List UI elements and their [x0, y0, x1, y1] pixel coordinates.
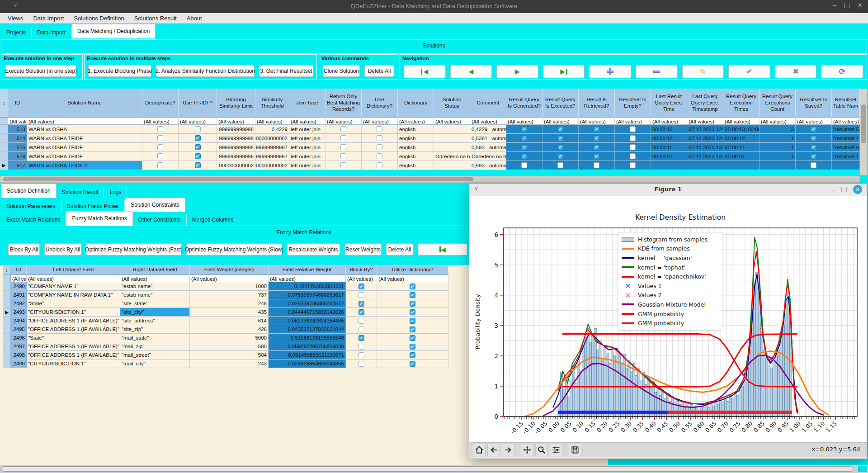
cell-join[interactable]: left outer join — [289, 161, 326, 170]
checked-checkbox[interactable]: ✔ — [557, 135, 563, 141]
cell-status[interactable] — [434, 125, 470, 134]
tab-other-constraints[interactable]: Other Constraints — [133, 214, 187, 226]
cell-weight[interactable]: 1000 — [190, 282, 269, 291]
table-row[interactable]: 2494"OFFICE ADDRESS 1 (IF AVAILABLE)""si… — [3, 317, 448, 325]
unchecked-checkbox[interactable] — [195, 126, 201, 132]
cell-rel[interactable]: 0.025339736385000512 — [269, 299, 346, 308]
delete-all-button[interactable]: Delete All — [364, 65, 394, 77]
cell-threshold[interactable]: 0.4229 — [255, 125, 289, 134]
unchecked-checkbox[interactable] — [359, 326, 364, 332]
cell-right[interactable]: "estab name" — [120, 291, 190, 299]
table-row[interactable]: 515WARN vs OSHA TFIDF✔999999999998999999… — [0, 143, 860, 152]
cell-weight[interactable]: 614 — [190, 317, 269, 325]
column-header-status[interactable]: Solution Status — [434, 89, 470, 118]
cell-utilize[interactable]: ✔ — [377, 351, 448, 359]
unchecked-checkbox[interactable] — [157, 135, 163, 141]
cell-count[interactable]: 1 — [760, 143, 796, 152]
fuzzy-nav-first-button[interactable]: ◀ — [418, 243, 467, 255]
tab-merged-columns[interactable]: Merged Columns — [187, 214, 239, 226]
tab-data-import[interactable]: Data Import — [32, 27, 71, 38]
column-header-retr[interactable]: Result Is Retrieved? — [579, 89, 615, 118]
menu-item-solutions-definition[interactable]: Solutions Definition — [69, 14, 129, 23]
unchecked-checkbox[interactable] — [377, 144, 382, 150]
column-header-join[interactable]: Join Type — [289, 89, 326, 118]
cell-comment[interactable]: 0,593 - automa — [470, 161, 506, 170]
cell-best[interactable] — [326, 125, 362, 134]
checked-checkbox[interactable]: ✔ — [594, 135, 599, 141]
checked-checkbox[interactable]: ✔ — [594, 144, 599, 150]
unchecked-checkbox[interactable] — [359, 344, 364, 350]
cell-utilize[interactable]: ✔ — [377, 282, 448, 291]
cell-rel[interactable]: 0.1021763563911311 — [269, 282, 346, 291]
unchecked-checkbox[interactable] — [630, 135, 636, 141]
cell-dedup[interactable] — [142, 143, 179, 152]
cell-saved[interactable]: ✔ — [796, 143, 832, 152]
column-header-right[interactable]: Right Dataset Field — [120, 265, 190, 275]
forward-button[interactable] — [502, 444, 514, 456]
maximize-icon[interactable] — [844, 3, 849, 8]
filter-cell-comment[interactable]: (All values) — [470, 118, 506, 125]
cell-exec[interactable] — [542, 161, 579, 170]
cell-gen[interactable]: ✔ — [506, 152, 542, 161]
figure-title-bar[interactable]: ˅ Figure 1 – ✕ — [469, 184, 867, 196]
nav-refresh-button[interactable]: ⟳ — [821, 65, 863, 78]
cell-tfidf[interactable]: ✔ — [179, 134, 217, 143]
unchecked-checkbox[interactable] — [157, 144, 163, 150]
configure-subplots-button[interactable] — [550, 444, 562, 456]
column-header-exec[interactable]: Result Query Is Executed? — [542, 89, 579, 118]
cell-right[interactable]: "mail_street" — [120, 351, 190, 359]
row-gutter-cell[interactable] — [3, 317, 11, 325]
1-execute-blocking-phase-button[interactable]: 1. Execute Blocking Phase — [88, 65, 151, 77]
row-gutter-cell[interactable] — [3, 351, 11, 359]
checked-checkbox[interactable]: ✔ — [521, 144, 527, 150]
recalculate-weights-button[interactable]: Recalculate Weights — [287, 243, 340, 255]
checked-checkbox[interactable]: ✔ — [521, 153, 527, 159]
cell-tfidf[interactable] — [179, 125, 217, 134]
table-row[interactable]: 2496"State""mail_state"50000.51088178195… — [3, 334, 448, 342]
optimize-fuzzy-matching-weights-fast--button[interactable]: Optimize Fuzzy Matching Weights (Fast) — [86, 243, 182, 255]
nav-delete-button[interactable] — [636, 65, 678, 78]
cell-utilize[interactable]: ✔ — [377, 342, 448, 351]
filter-cell-saved[interactable]: (All values) — [796, 118, 832, 125]
cell-threshold[interactable]: 000000000002 — [255, 161, 289, 170]
cell-left[interactable]: "OFFICE ADDRESS 1 (IF AVAILABLE)" — [27, 317, 120, 325]
checked-checkbox[interactable]: ✔ — [410, 292, 415, 298]
scrollbar-thumb[interactable] — [861, 104, 866, 143]
cell-id[interactable]: 2496 — [11, 334, 27, 342]
cell-blocking[interactable]: 999999999998 — [217, 125, 255, 134]
cell-exec[interactable]: ✔ — [542, 125, 579, 134]
filter-cell-weight[interactable]: (All values) — [190, 275, 269, 282]
figure-canvas[interactable]: Kernel Density Estimation Probability De… — [469, 196, 867, 442]
cell-right[interactable]: "mail_zip" — [120, 342, 190, 351]
checked-checkbox[interactable]: ✔ — [521, 126, 527, 132]
cell-rel[interactable]: 0.51088178195565548 — [269, 334, 346, 342]
table-row[interactable]: 514WARN vs OSHA TFIDF✔999999999998000000… — [0, 134, 860, 143]
cell-join[interactable]: left outer join — [289, 134, 326, 143]
column-header-dedup[interactable]: Deduplicate? — [142, 89, 179, 118]
cell-usedict[interactable] — [362, 143, 398, 152]
cell-weight[interactable]: 580 — [190, 342, 269, 351]
save-button[interactable] — [569, 444, 581, 456]
cell-id[interactable]: 2493 — [11, 308, 27, 317]
filter-cell-gen[interactable]: (All values) — [506, 118, 542, 125]
unchecked-checkbox[interactable] — [340, 126, 346, 132]
cell-rel[interactable]: 0.059262286706856036 — [269, 342, 346, 351]
unchecked-checkbox[interactable] — [157, 153, 163, 159]
cell-right[interactable]: "mail_state" — [120, 334, 190, 342]
cell-blockby[interactable] — [346, 291, 377, 299]
menu-item-about[interactable]: About — [182, 14, 207, 23]
checked-checkbox[interactable]: ✔ — [410, 318, 415, 324]
unchecked-checkbox[interactable] — [340, 162, 346, 168]
checked-checkbox[interactable]: ✔ — [359, 335, 364, 341]
cell-right[interactable]: "site_city" — [120, 308, 190, 317]
tab-exact-match-relations[interactable]: Exact Match Relations — [1, 214, 66, 226]
cell-ts[interactable] — [687, 161, 723, 170]
execute-solution-in-one-step--button[interactable]: Execute Solution (in one step) — [5, 65, 76, 77]
cell-dedup[interactable] — [142, 134, 179, 143]
row-gutter-cell[interactable]: ▶ — [3, 308, 11, 317]
cell-left[interactable]: "OFFICE ADDRESS 1 (IF AVAILABLE)" — [27, 342, 120, 351]
cell-status[interactable] — [434, 143, 470, 152]
unchecked-checkbox[interactable] — [521, 162, 527, 168]
cell-dict[interactable]: english — [398, 134, 434, 143]
cell-ts[interactable]: 07.12.2023 12: — [687, 134, 723, 143]
